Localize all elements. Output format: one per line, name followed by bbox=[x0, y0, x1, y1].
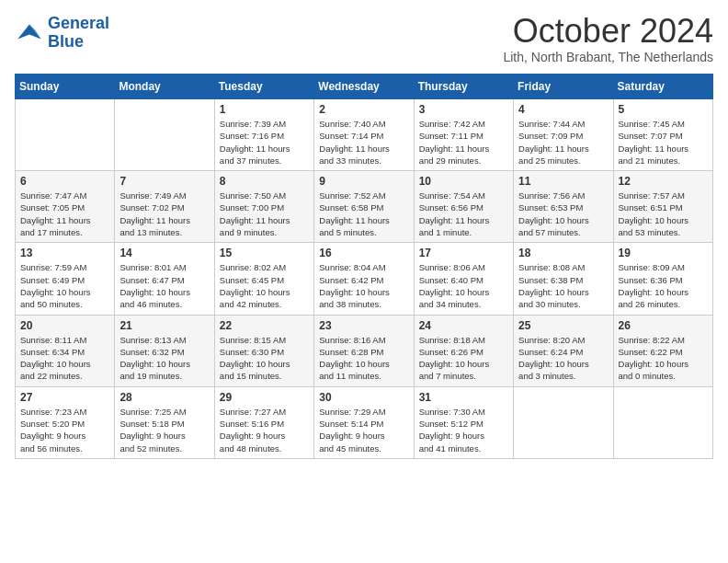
day-info: Sunrise: 7:56 AM Sunset: 6:53 PM Dayligh… bbox=[518, 190, 608, 238]
day-number: 25 bbox=[518, 319, 608, 332]
calendar-cell: 10Sunrise: 7:54 AM Sunset: 6:56 PM Dayli… bbox=[414, 171, 513, 243]
svg-marker-0 bbox=[17, 24, 41, 39]
calendar-cell: 4Sunrise: 7:44 AM Sunset: 7:09 PM Daylig… bbox=[514, 99, 613, 171]
day-header: Friday bbox=[514, 75, 613, 99]
day-number: 5 bbox=[619, 103, 708, 116]
calendar-cell bbox=[115, 99, 214, 171]
day-number: 10 bbox=[419, 175, 508, 188]
day-number: 6 bbox=[20, 175, 109, 188]
day-number: 21 bbox=[119, 319, 209, 332]
calendar-body: 1Sunrise: 7:39 AM Sunset: 7:16 PM Daylig… bbox=[16, 99, 713, 459]
calendar-cell: 31Sunrise: 7:30 AM Sunset: 5:12 PM Dayli… bbox=[414, 386, 513, 458]
day-info: Sunrise: 8:02 AM Sunset: 6:45 PM Dayligh… bbox=[220, 261, 309, 310]
day-info: Sunrise: 7:59 AM Sunset: 6:49 PM Dayligh… bbox=[20, 261, 109, 310]
day-number: 24 bbox=[419, 319, 508, 332]
calendar-cell: 18Sunrise: 8:08 AM Sunset: 6:38 PM Dayli… bbox=[514, 243, 613, 315]
day-number: 17 bbox=[419, 247, 508, 259]
day-number: 30 bbox=[319, 391, 408, 404]
day-info: Sunrise: 8:11 AM Sunset: 6:34 PM Dayligh… bbox=[20, 334, 109, 383]
logo-text: General Blue bbox=[48, 15, 109, 52]
day-number: 19 bbox=[619, 247, 708, 259]
day-number: 28 bbox=[119, 391, 209, 404]
calendar-week-row: 13Sunrise: 7:59 AM Sunset: 6:49 PM Dayli… bbox=[16, 243, 713, 315]
day-info: Sunrise: 7:42 AM Sunset: 7:11 PM Dayligh… bbox=[419, 118, 508, 167]
calendar-cell: 3Sunrise: 7:42 AM Sunset: 7:11 PM Daylig… bbox=[414, 99, 513, 171]
day-number: 1 bbox=[220, 103, 309, 116]
day-info: Sunrise: 7:54 AM Sunset: 6:56 PM Dayligh… bbox=[419, 190, 508, 238]
calendar-cell: 25Sunrise: 8:20 AM Sunset: 6:24 PM Dayli… bbox=[514, 315, 613, 386]
day-info: Sunrise: 7:23 AM Sunset: 5:20 PM Dayligh… bbox=[20, 406, 109, 454]
day-header: Thursday bbox=[414, 75, 513, 99]
day-info: Sunrise: 8:22 AM Sunset: 6:22 PM Dayligh… bbox=[619, 334, 708, 383]
day-info: Sunrise: 7:40 AM Sunset: 7:14 PM Dayligh… bbox=[319, 118, 408, 167]
day-header: Tuesday bbox=[214, 75, 313, 99]
calendar-cell bbox=[16, 99, 115, 171]
day-info: Sunrise: 7:52 AM Sunset: 6:58 PM Dayligh… bbox=[319, 190, 408, 238]
day-header: Wednesday bbox=[314, 75, 414, 99]
day-number: 13 bbox=[20, 247, 109, 259]
calendar-cell: 9Sunrise: 7:52 AM Sunset: 6:58 PM Daylig… bbox=[314, 171, 414, 243]
calendar-cell bbox=[613, 386, 712, 458]
day-number: 31 bbox=[419, 391, 508, 404]
day-info: Sunrise: 8:16 AM Sunset: 6:28 PM Dayligh… bbox=[319, 334, 408, 383]
calendar-cell: 17Sunrise: 8:06 AM Sunset: 6:40 PM Dayli… bbox=[414, 243, 513, 315]
month-title: October 2024 bbox=[503, 15, 713, 48]
calendar-cell bbox=[514, 386, 613, 458]
day-header: Sunday bbox=[16, 75, 115, 99]
calendar-cell: 28Sunrise: 7:25 AM Sunset: 5:18 PM Dayli… bbox=[115, 386, 214, 458]
day-number: 8 bbox=[220, 175, 309, 188]
page-header: General Blue October 2024 Lith, North Br… bbox=[15, 15, 713, 64]
calendar-cell: 11Sunrise: 7:56 AM Sunset: 6:53 PM Dayli… bbox=[514, 171, 613, 243]
calendar-cell: 7Sunrise: 7:49 AM Sunset: 7:02 PM Daylig… bbox=[115, 171, 214, 243]
day-number: 18 bbox=[518, 247, 608, 259]
calendar-cell: 16Sunrise: 8:04 AM Sunset: 6:42 PM Dayli… bbox=[314, 243, 414, 315]
day-info: Sunrise: 8:20 AM Sunset: 6:24 PM Dayligh… bbox=[518, 334, 608, 383]
day-info: Sunrise: 8:08 AM Sunset: 6:38 PM Dayligh… bbox=[518, 261, 608, 310]
day-number: 22 bbox=[220, 319, 309, 332]
calendar-cell: 20Sunrise: 8:11 AM Sunset: 6:34 PM Dayli… bbox=[16, 315, 115, 386]
day-info: Sunrise: 7:27 AM Sunset: 5:16 PM Dayligh… bbox=[220, 406, 309, 454]
day-info: Sunrise: 8:04 AM Sunset: 6:42 PM Dayligh… bbox=[319, 261, 408, 310]
calendar-cell: 13Sunrise: 7:59 AM Sunset: 6:49 PM Dayli… bbox=[16, 243, 115, 315]
day-number: 23 bbox=[319, 319, 408, 332]
location: Lith, North Brabant, The Netherlands bbox=[503, 50, 713, 64]
day-number: 4 bbox=[518, 103, 608, 116]
calendar-cell: 2Sunrise: 7:40 AM Sunset: 7:14 PM Daylig… bbox=[314, 99, 414, 171]
calendar-cell: 21Sunrise: 8:13 AM Sunset: 6:32 PM Dayli… bbox=[115, 315, 214, 386]
day-number: 7 bbox=[119, 175, 209, 188]
logo-line2: Blue bbox=[48, 32, 84, 51]
calendar-cell: 27Sunrise: 7:23 AM Sunset: 5:20 PM Dayli… bbox=[16, 386, 115, 458]
calendar-cell: 24Sunrise: 8:18 AM Sunset: 6:26 PM Dayli… bbox=[414, 315, 513, 386]
day-number: 3 bbox=[419, 103, 508, 116]
day-header: Saturday bbox=[613, 75, 712, 99]
calendar-week-row: 27Sunrise: 7:23 AM Sunset: 5:20 PM Dayli… bbox=[16, 386, 713, 458]
calendar-cell: 29Sunrise: 7:27 AM Sunset: 5:16 PM Dayli… bbox=[214, 386, 313, 458]
day-number: 27 bbox=[20, 391, 109, 404]
day-info: Sunrise: 8:06 AM Sunset: 6:40 PM Dayligh… bbox=[419, 261, 508, 310]
day-info: Sunrise: 8:15 AM Sunset: 6:30 PM Dayligh… bbox=[220, 334, 309, 383]
day-number: 2 bbox=[319, 103, 408, 116]
day-number: 26 bbox=[619, 319, 708, 332]
calendar-cell: 8Sunrise: 7:50 AM Sunset: 7:00 PM Daylig… bbox=[214, 171, 313, 243]
calendar-cell: 30Sunrise: 7:29 AM Sunset: 5:14 PM Dayli… bbox=[314, 386, 414, 458]
calendar-cell: 6Sunrise: 7:47 AM Sunset: 7:05 PM Daylig… bbox=[16, 171, 115, 243]
calendar-week-row: 6Sunrise: 7:47 AM Sunset: 7:05 PM Daylig… bbox=[16, 171, 713, 243]
calendar-week-row: 1Sunrise: 7:39 AM Sunset: 7:16 PM Daylig… bbox=[16, 99, 713, 171]
calendar-cell: 1Sunrise: 7:39 AM Sunset: 7:16 PM Daylig… bbox=[214, 99, 313, 171]
calendar-cell: 15Sunrise: 8:02 AM Sunset: 6:45 PM Dayli… bbox=[214, 243, 313, 315]
calendar-cell: 12Sunrise: 7:57 AM Sunset: 6:51 PM Dayli… bbox=[613, 171, 712, 243]
calendar-cell: 19Sunrise: 8:09 AM Sunset: 6:36 PM Dayli… bbox=[613, 243, 712, 315]
calendar-cell: 14Sunrise: 8:01 AM Sunset: 6:47 PM Dayli… bbox=[115, 243, 214, 315]
day-number: 16 bbox=[319, 247, 408, 259]
day-info: Sunrise: 8:09 AM Sunset: 6:36 PM Dayligh… bbox=[619, 261, 708, 310]
day-info: Sunrise: 7:30 AM Sunset: 5:12 PM Dayligh… bbox=[419, 406, 508, 454]
day-info: Sunrise: 7:49 AM Sunset: 7:02 PM Dayligh… bbox=[119, 190, 209, 238]
day-number: 14 bbox=[119, 247, 209, 259]
day-info: Sunrise: 7:57 AM Sunset: 6:51 PM Dayligh… bbox=[619, 190, 708, 238]
day-number: 20 bbox=[20, 319, 109, 332]
calendar-cell: 22Sunrise: 8:15 AM Sunset: 6:30 PM Dayli… bbox=[214, 315, 313, 386]
calendar-cell: 23Sunrise: 8:16 AM Sunset: 6:28 PM Dayli… bbox=[314, 315, 414, 386]
day-info: Sunrise: 7:50 AM Sunset: 7:00 PM Dayligh… bbox=[220, 190, 309, 238]
day-number: 12 bbox=[619, 175, 708, 188]
day-info: Sunrise: 7:45 AM Sunset: 7:07 PM Dayligh… bbox=[619, 118, 708, 167]
